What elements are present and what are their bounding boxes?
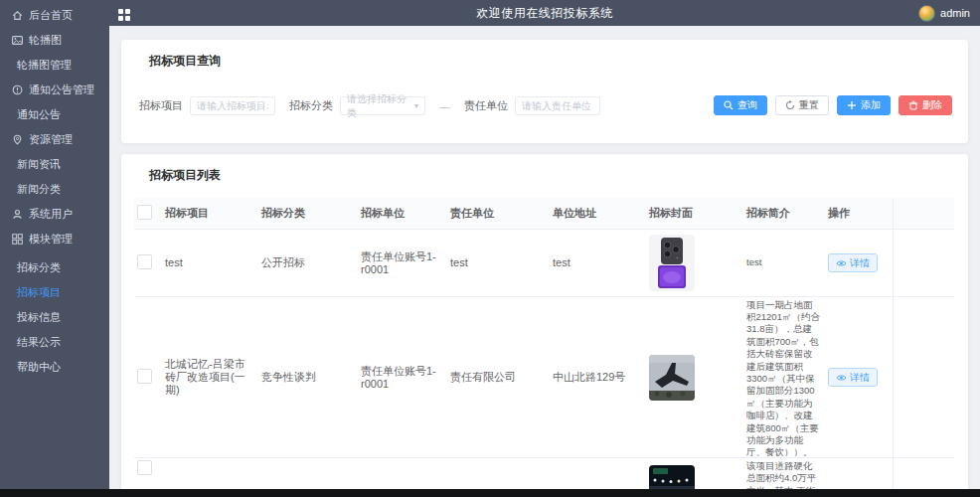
query-panel-title: 招标项目查询 bbox=[149, 53, 221, 70]
sidebar-item-label: 系统用户 bbox=[29, 207, 73, 222]
select-all-cell bbox=[134, 201, 162, 227]
table-row: 北城记忆-吕梁市砖厂改造项目(一期) 竞争性谈判 责任单位账号1-r0001 责… bbox=[134, 297, 954, 458]
eye-icon bbox=[836, 259, 847, 267]
sidebar-item-label: 招标项目 bbox=[17, 285, 61, 300]
avatar[interactable] bbox=[918, 5, 935, 22]
field-project: 招标项目 bbox=[139, 96, 275, 115]
sidebar-item-bid-category[interactable]: 招标分类 bbox=[0, 255, 109, 280]
search-button-label: 查询 bbox=[737, 98, 757, 112]
col-cover: 招标封面 bbox=[646, 203, 743, 224]
row-checkbox[interactable] bbox=[137, 254, 152, 269]
cell-responsible bbox=[447, 458, 550, 464]
table-header-row: 招标项目 招标分类 招标单位 责任单位 单位地址 招标封面 招标简介 操作 bbox=[134, 198, 954, 230]
notice-icon bbox=[12, 84, 23, 95]
sidebar-item-label: 模块管理 bbox=[29, 232, 73, 247]
project-input[interactable] bbox=[190, 96, 275, 115]
list-panel-title: 招标项目列表 bbox=[149, 167, 221, 184]
detail-button[interactable]: 详情 bbox=[828, 253, 878, 272]
search-icon bbox=[724, 100, 734, 110]
main-content: 招标项目查询 招标项目 招标分类 请选择招标分类 ▾ — 责任单位 bbox=[109, 26, 980, 489]
range-separator: — bbox=[439, 100, 450, 112]
sidebar-item-dashboard[interactable]: 后台首页 bbox=[0, 3, 109, 28]
cell-address bbox=[550, 458, 646, 464]
search-button[interactable]: 查询 bbox=[714, 95, 767, 115]
sidebar-item-notice[interactable]: 通知公告 bbox=[0, 102, 109, 127]
cell-category bbox=[258, 458, 358, 464]
col-project: 招标项目 bbox=[162, 203, 258, 224]
col-action: 操作 bbox=[825, 203, 893, 224]
user-icon bbox=[12, 209, 23, 220]
cell-intro: 项目一期占地面积21201㎡（约合31.8亩），总建筑面积700㎡，包括大砖窑保… bbox=[743, 297, 825, 458]
fixed-column-divider bbox=[893, 458, 954, 489]
sidebar-item-bid-project[interactable]: 招标项目 bbox=[0, 280, 109, 305]
sidebar-item-label: 帮助中心 bbox=[17, 360, 61, 375]
bottom-black-strip bbox=[0, 489, 980, 497]
project-table: 招标项目 招标分类 招标单位 责任单位 单位地址 招标封面 招标简介 操作 te… bbox=[134, 198, 954, 489]
intro-text: 项目一期占地面积21201㎡（约合31.8亩），总建筑面积700㎡，包括大砖窑保… bbox=[746, 299, 821, 456]
sidebar-item-label: 轮播图 bbox=[29, 33, 62, 48]
sidebar-item-module-manage[interactable]: 模块管理 bbox=[0, 227, 109, 251]
sidebar-item-news[interactable]: 新闻资讯 bbox=[0, 152, 109, 177]
sidebar-item-label: 结果公示 bbox=[17, 335, 61, 350]
row-checkbox[interactable] bbox=[137, 369, 152, 384]
sidebar-item-label: 资源管理 bbox=[29, 132, 73, 147]
detail-button-label: 详情 bbox=[850, 256, 870, 269]
sidebar-item-news-category[interactable]: 新闻分类 bbox=[0, 177, 109, 202]
row-select-cell bbox=[134, 365, 162, 391]
col-category: 招标分类 bbox=[258, 203, 358, 224]
cell-intro: 该项目道路硬化总面积约4.0万平方米。其中:王街村道路硬化面积约7613.5平方… bbox=[743, 458, 825, 489]
sidebar-item-notice-manage[interactable]: 通知公告管理 bbox=[0, 78, 109, 102]
reset-button[interactable]: 重置 bbox=[775, 95, 829, 115]
col-intro: 招标简介 bbox=[743, 203, 825, 223]
fixed-column-divider bbox=[893, 297, 954, 457]
responsible-input[interactable] bbox=[515, 96, 600, 115]
table-row: 该项目道路硬化总面积约4.0万平方米。其中:王街村道路硬化面积约7613.5平方… bbox=[134, 458, 954, 489]
delete-button-label: 删除 bbox=[922, 98, 942, 112]
fighter-jet-photo bbox=[649, 355, 695, 401]
select-all-checkbox[interactable] bbox=[137, 205, 152, 220]
field-project-label: 招标项目 bbox=[139, 98, 183, 113]
list-panel: 招标项目列表 招标项目 招标分类 招标单位 责任单位 单位地址 招标封面 招标简… bbox=[121, 154, 968, 489]
sidebar-item-bid-info[interactable]: 投标信息 bbox=[0, 305, 109, 330]
sidebar-item-system-users[interactable]: 系统用户 bbox=[0, 202, 109, 227]
sidebar: 后台首页 轮播图 轮播图管理 通知公告管理 通知公告 资源管理 新闻资讯 新闻分… bbox=[0, 0, 109, 489]
cell-cover bbox=[646, 351, 743, 405]
col-responsible: 责任单位 bbox=[447, 203, 550, 224]
category-select[interactable]: 请选择招标分类 ▾ bbox=[340, 96, 425, 115]
sidebar-item-label: 新闻分类 bbox=[17, 182, 61, 197]
sidebar-item-label: 后台首页 bbox=[29, 8, 73, 23]
cell-address: 中山北路129号 bbox=[550, 367, 646, 388]
sidebar-item-result-publicity[interactable]: 结果公示 bbox=[0, 330, 109, 355]
col-address: 单位地址 bbox=[550, 203, 646, 224]
sidebar-item-label: 轮播图管理 bbox=[17, 58, 72, 73]
cell-responsible: test bbox=[447, 252, 550, 273]
sidebar-item-carousel[interactable]: 轮播图 bbox=[0, 28, 109, 53]
cell-unit: 责任单位账号1-r0001 bbox=[358, 247, 447, 280]
row-checkbox[interactable] bbox=[137, 460, 152, 475]
sidebar-item-help-center[interactable]: 帮助中心 bbox=[0, 355, 109, 380]
col-unit: 招标单位 bbox=[358, 203, 447, 224]
sidebar-item-resource-manage[interactable]: 资源管理 bbox=[0, 127, 109, 152]
refresh-icon bbox=[785, 100, 795, 110]
row-select-cell bbox=[134, 458, 162, 482]
intro-text: 该项目道路硬化总面积约4.0万平方米。其中:王街村道路硬化面积约7613.5平方… bbox=[746, 460, 821, 489]
sidebar-item-label: 通知公告管理 bbox=[29, 83, 94, 97]
cell-unit: 责任单位账号1-r0001 bbox=[358, 361, 447, 395]
query-panel: 招标项目查询 招标项目 招标分类 请选择招标分类 ▾ — 责任单位 bbox=[121, 40, 968, 143]
sidebar-item-carousel-manage[interactable]: 轮播图管理 bbox=[0, 53, 109, 78]
cell-category: 竞争性谈判 bbox=[258, 367, 358, 388]
cell-cover bbox=[646, 231, 743, 295]
home-icon bbox=[12, 10, 23, 21]
cell-unit bbox=[358, 458, 447, 464]
cell-project: 北城记忆-吕梁市砖厂改造项目(一期) bbox=[162, 354, 258, 401]
reset-button-label: 重置 bbox=[799, 98, 819, 112]
cell-cover bbox=[646, 458, 743, 489]
top-header: 欢迎使用在线招投标系统 admin bbox=[109, 0, 980, 26]
chevron-down-icon: ▾ bbox=[414, 102, 418, 110]
sidebar-item-label: 招标分类 bbox=[17, 260, 61, 275]
add-button[interactable]: 添加 bbox=[837, 95, 891, 115]
delete-button[interactable]: 删除 bbox=[898, 95, 952, 115]
cell-action: 详情 bbox=[825, 249, 893, 276]
user-menu[interactable]: admin bbox=[918, 0, 970, 26]
detail-button[interactable]: 详情 bbox=[828, 368, 878, 387]
